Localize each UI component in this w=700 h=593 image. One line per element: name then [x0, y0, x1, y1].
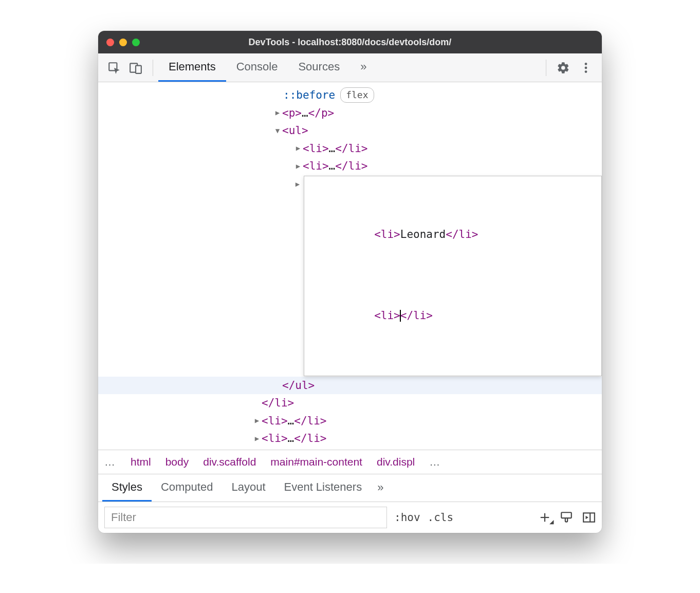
toggle-computed-sidebar-icon[interactable] — [582, 511, 596, 524]
pseudo-before-row[interactable]: ::before flex — [98, 86, 602, 104]
svg-rect-2 — [136, 65, 141, 73]
hov-toggle-button[interactable]: :hov — [394, 511, 420, 524]
tab-sources[interactable]: Sources — [288, 53, 350, 82]
titlebar: DevTools - localhost:8080/docs/devtools/… — [98, 31, 602, 53]
edit-html-box[interactable]: <li>Leonard</li> <li></li> — [304, 176, 602, 376]
devtools-window: DevTools - localhost:8080/docs/devtools/… — [98, 31, 602, 533]
chevron-down-icon: ◢ — [549, 518, 554, 525]
breadcrumb-item[interactable]: div.displ — [377, 456, 415, 468]
edit-line-2: <li></li> — [309, 291, 596, 340]
tab-layout[interactable]: Layout — [222, 474, 274, 502]
breadcrumb-item[interactable]: html — [131, 456, 151, 468]
dom-node-p[interactable]: <p>…</p> — [98, 104, 602, 122]
dom-node-ul-open[interactable]: <ul> — [98, 122, 602, 140]
new-style-rule-button[interactable]: ◢ — [539, 512, 550, 523]
minimize-window-button[interactable] — [119, 39, 127, 46]
styles-filter-row: :hov .cls ◢ — [98, 502, 602, 533]
main-toolbar: Elements Console Sources » — [98, 53, 602, 82]
expand-arrow-icon[interactable] — [252, 433, 262, 444]
dom-node-li[interactable]: <li>…</li> — [98, 140, 602, 158]
styles-tabs-overflow-button[interactable]: » — [377, 481, 383, 494]
main-tabs: Elements Console Sources » — [158, 53, 541, 82]
collapse-arrow-icon[interactable] — [273, 125, 282, 137]
svg-rect-9 — [583, 513, 595, 522]
cls-toggle-button[interactable]: .cls — [428, 511, 454, 524]
toolbar-left-icons — [102, 61, 148, 75]
expand-arrow-icon[interactable] — [252, 415, 262, 427]
breadcrumb-item[interactable]: div.scaffold — [203, 456, 256, 468]
expand-arrow-icon[interactable] — [293, 161, 303, 172]
svg-point-3 — [585, 63, 587, 65]
edit-line-1: <li>Leonard</li> — [309, 211, 596, 260]
svg-point-5 — [585, 70, 587, 73]
toolbar-divider — [546, 60, 546, 76]
tab-styles[interactable]: Styles — [102, 474, 152, 502]
tab-event-listeners[interactable]: Event Listeners — [275, 474, 372, 502]
toolbar-right-icons — [551, 61, 598, 75]
breadcrumb-overflow-right[interactable]: … — [429, 456, 441, 468]
tab-elements[interactable]: Elements — [158, 53, 226, 82]
gear-icon[interactable] — [557, 61, 570, 75]
svg-point-4 — [585, 66, 587, 69]
zoom-window-button[interactable] — [132, 39, 140, 46]
flex-badge[interactable]: flex — [340, 87, 374, 103]
breadcrumb-item[interactable]: main#main-content — [270, 456, 362, 468]
expand-arrow-icon[interactable] — [273, 107, 282, 119]
svg-rect-8 — [561, 512, 572, 518]
tab-console[interactable]: Console — [226, 53, 288, 82]
dom-node-li[interactable]: <li>…</li> — [98, 412, 602, 430]
pseudo-before-label: ::before — [283, 87, 335, 104]
breadcrumb-overflow-left[interactable]: … — [104, 456, 116, 468]
close-window-button[interactable] — [106, 39, 114, 46]
expand-arrow-icon[interactable] — [293, 179, 302, 190]
styles-toolbar-icons: ◢ — [539, 511, 596, 524]
inspect-element-icon[interactable] — [107, 61, 121, 75]
styles-tabs: Styles Computed Layout Event Listeners » — [98, 474, 602, 502]
dom-node-li[interactable]: <li>…</li> — [98, 430, 602, 448]
expand-arrow-icon[interactable] — [293, 143, 303, 154]
dom-tree[interactable]: ::before flex <p>…</p> <ul> <li>…</li> <… — [98, 82, 602, 450]
tabs-overflow-button[interactable]: » — [350, 53, 377, 82]
styles-filter-input[interactable] — [104, 507, 387, 528]
breadcrumb[interactable]: … html body div.scaffold main#main-conte… — [98, 450, 602, 474]
tab-computed[interactable]: Computed — [152, 474, 223, 502]
dom-node-ul-close[interactable]: </ul> — [98, 377, 602, 395]
traffic-lights — [106, 39, 140, 46]
window-title: DevTools - localhost:8080/docs/devtools/… — [98, 37, 602, 48]
toolbar-divider — [153, 60, 153, 76]
dom-node-editing[interactable]: <li>Leonard</li> <li></li> — [98, 175, 602, 377]
dom-node-li-close[interactable]: </li> — [98, 394, 602, 412]
device-toggle-icon[interactable] — [129, 61, 142, 75]
paint-brush-icon[interactable] — [560, 511, 573, 524]
kebab-menu-icon[interactable] — [579, 61, 593, 75]
dom-node-li[interactable]: <li>…</li> — [98, 157, 602, 175]
breadcrumb-item[interactable]: body — [165, 456, 189, 468]
